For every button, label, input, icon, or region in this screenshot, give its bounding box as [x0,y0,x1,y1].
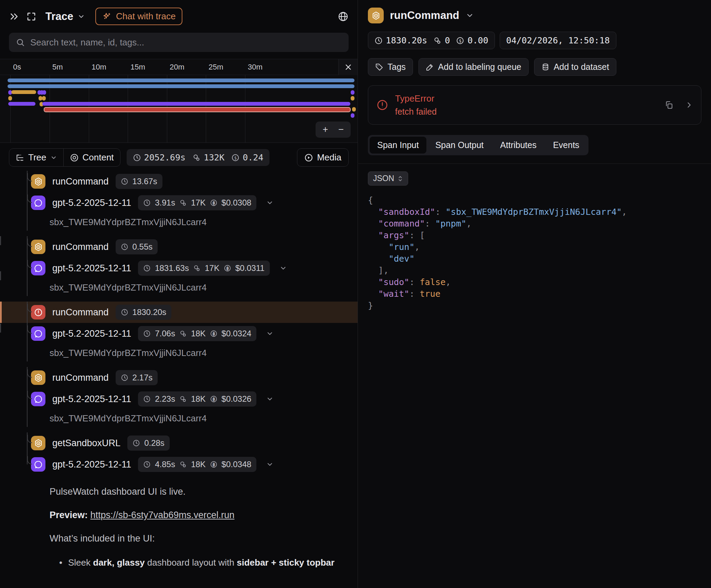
clock-icon [132,439,140,447]
generation-icon [31,196,45,210]
span-row[interactable]: gpt-5.2-2025-12-117.06s18K$$0.0324 [0,323,358,344]
chevron-down-icon[interactable] [266,395,274,403]
timeline-span-bar[interactable] [8,84,354,88]
chevron-down-icon[interactable] [266,461,274,468]
chevron-down-icon[interactable] [466,11,474,20]
trace-title-dropdown[interactable]: Trace [45,10,85,23]
preview-link[interactable]: https://sb-6sty7vab69ms.vercel.run [91,510,235,520]
timeline-span-dot[interactable] [42,96,46,101]
view-switcher: Tree Content [9,148,120,167]
span-row[interactable]: runCommand0.55s [0,236,358,258]
span-subtext-row: sbx_TWE9MdYdprBZTmxVjjiN6JLcarr4 [0,344,358,361]
span-row[interactable]: gpt-5.2-2025-12-113.91s17K$$0.0308 [0,192,358,213]
span-row[interactable]: gpt-5.2-2025-12-114.85s18K$$0.0348 [0,454,358,475]
timeline-close-icon[interactable] [338,59,358,75]
span-metrics-chip: 7.06s18K$$0.0324 [138,326,256,341]
svg-text:$: $ [212,201,215,205]
timeline-tick-label: 10m [92,63,106,72]
timeline-span-bar[interactable] [44,107,351,112]
trace-header: Trace Chat with trace [0,0,358,27]
add-to-dataset-button[interactable]: Add to dataset [534,58,616,76]
timeline-span-bar[interactable] [8,78,354,82]
tool-span-icon [31,370,45,385]
span-cost: $ 0.00 [456,35,488,45]
format-label: JSON [373,174,394,183]
svg-text:$: $ [226,266,229,271]
add-to-labeling-queue-button[interactable]: Add to labeling queue [418,58,529,76]
svg-text:$: $ [212,332,215,336]
clock-icon [121,374,128,381]
span-row[interactable]: getSandboxURL0.28s [0,432,358,454]
error-title: TypeError [395,93,437,104]
span-tabs: Span Input Span Output Attributes Events [368,135,588,155]
generation-icon [31,392,45,406]
output-text-row: What’s included in the UI: [0,532,358,545]
tab-attributes[interactable]: Attributes [492,137,544,154]
tab-span-input[interactable]: Span Input [370,137,426,154]
span-timestamp: 04/02/2026, 12:50:18 [506,35,610,45]
timeline-span-bar[interactable] [11,90,36,94]
content-toggle[interactable]: Content [63,149,120,166]
timeline-span-bar[interactable] [42,102,350,106]
timeline-span-dot[interactable] [351,96,354,101]
search-input[interactable] [30,37,342,48]
media-button[interactable]: Media [297,148,349,167]
tab-span-output[interactable]: Span Output [428,137,491,154]
globe-icon[interactable] [338,11,349,22]
tab-events[interactable]: Events [545,137,587,154]
span-row[interactable]: runCommand2.17s [0,367,358,388]
span-name: runCommand [52,372,109,383]
database-icon [541,63,550,71]
play-circle-icon [304,153,313,162]
tree-elbow-connector [27,369,32,378]
timeline-zoom-controls: + − [316,122,351,138]
span-metrics-chip: 2.17s [116,370,158,385]
media-label: Media [317,152,341,163]
tree-view-select[interactable]: Tree [9,149,63,166]
tags-button[interactable]: Tags [368,58,413,76]
span-name: gpt-5.2-2025-12-11 [52,459,131,470]
error-texts: TypeError fetch failed [395,93,437,117]
chevron-down-icon[interactable] [266,330,274,337]
span-row[interactable]: runCommand13.67s [0,171,358,192]
chevron-right-icon[interactable] [685,101,693,109]
tree-elbow-connector [27,456,32,464]
timeline-span-dot[interactable] [351,113,354,118]
chat-with-trace-button[interactable]: Chat with trace [95,8,182,25]
format-selector[interactable]: JSON [368,171,408,186]
clock-icon [143,264,151,272]
collapse-panel-icon[interactable] [9,11,19,22]
dollar-icon: $ [210,461,217,468]
timeline-span-dot[interactable] [42,90,46,95]
span-row[interactable]: gpt-5.2-2025-12-112.23s18K$$0.0326 [0,388,358,410]
span-detail-header: runCommand [368,8,701,23]
chevron-down-icon[interactable] [279,264,287,272]
trace-tokens: 132K [192,153,224,162]
timeline-span-dot[interactable] [8,96,12,101]
span-row[interactable]: gpt-5.2-2025-12-111831.63s17K$$0.0311 [0,258,358,279]
timeline-span-dot[interactable] [352,107,356,112]
timeline-tick-label: 0s [13,63,21,72]
svg-text:$: $ [212,462,215,467]
zoom-out-button[interactable]: − [338,124,344,135]
clock-icon [143,461,151,468]
timeline-span-dot[interactable] [351,90,354,95]
span-metrics-chip: 2.23s18K$$0.0326 [138,391,256,407]
generation-icon [31,326,45,341]
span-metrics-chip: 0.28s [127,435,170,451]
timeline-span-bar[interactable] [8,102,35,106]
zoom-in-button[interactable]: + [322,124,328,135]
clock-icon [121,178,128,185]
span-actions-row: Tags Add to labeling queue Add to datase… [368,58,701,76]
span-row[interactable]: runCommand1830.20s [0,302,358,323]
error-message: fetch failed [395,107,437,117]
fullscreen-icon[interactable] [26,11,36,22]
chat-with-trace-label: Chat with trace [116,11,176,22]
error-icon [376,99,388,111]
span-subtext-row: sbx_TWE9MdYdprBZTmxVjjiN6JLcarr4 [0,410,358,427]
code-line: "dev" [368,253,701,265]
content-label: Content [83,152,114,163]
tool-span-icon [31,174,45,189]
chevron-down-icon[interactable] [266,199,274,207]
copy-icon[interactable] [665,101,673,109]
